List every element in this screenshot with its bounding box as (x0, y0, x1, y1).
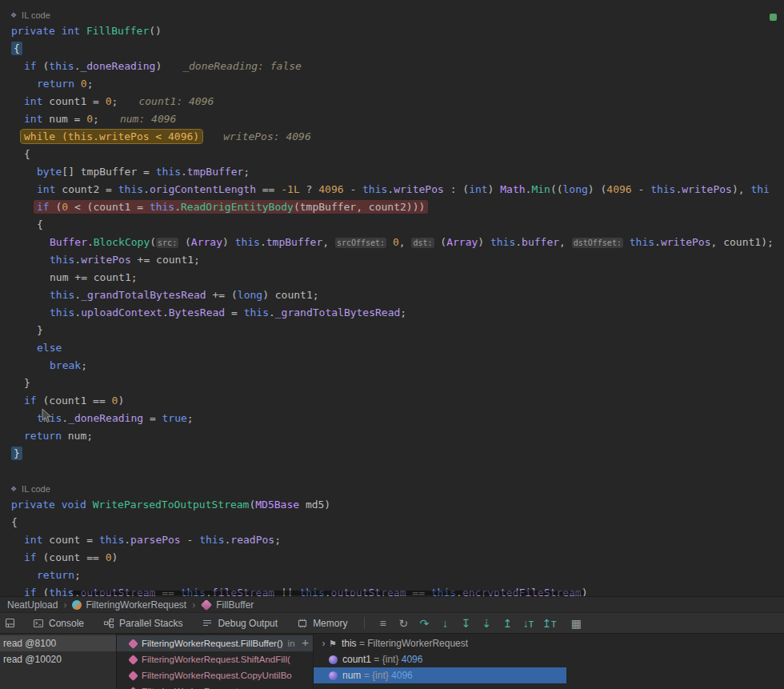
inspection-status-icon[interactable] (770, 14, 777, 21)
code-token: . (62, 412, 68, 424)
code-line[interactable]: else (0, 339, 784, 357)
code-token: . (181, 166, 187, 178)
code-token: 0 (62, 201, 68, 213)
code-line[interactable]: if (this._doneReading)_doneReading: fals… (0, 58, 784, 75)
code-line[interactable]: return 0; (0, 75, 784, 93)
code-line[interactable]: if (0 < (count1 = this.ReadOrigEntityBod… (0, 198, 784, 216)
debugger-inline-hint[interactable]: num: 4096 (120, 113, 176, 125)
stack-frame-row[interactable]: FilteringWorkerRequest.ShiftAndFill( (117, 651, 313, 667)
code-line[interactable]: this.uploadContext.BytesRead = this._gra… (0, 304, 784, 322)
horizontal-scrollbar-thumb[interactable] (72, 591, 584, 595)
step-over-icon[interactable]: ↷ (414, 613, 434, 634)
code-token: ; (74, 569, 81, 581)
code-line[interactable]: int count1 = 0;count1: 4096 (0, 93, 784, 110)
code-editor[interactable]: ❖IL codeprivate int FillBuffer(){if (thi… (0, 0, 784, 596)
tool-window-icon[interactable] (5, 618, 15, 628)
code-line[interactable]: } (0, 445, 784, 463)
step-out-icon[interactable]: ↥ (497, 613, 518, 634)
frame-label: FilteringWorkerRequest.FillBuffer() (142, 639, 283, 648)
code-line[interactable]: return; (0, 567, 784, 584)
code-line[interactable]: Buffer.BlockCopy(src: (Array) this.tmpBu… (0, 234, 784, 251)
tab-memory[interactable]: Memory (287, 613, 357, 633)
step-out-typed-icon[interactable]: ↥ᴛ (538, 613, 559, 634)
horizontal-scrollbar[interactable] (0, 590, 784, 596)
memory-view-icon[interactable]: ▦ (566, 613, 586, 634)
code-line[interactable]: this.writePos += count1; (0, 251, 784, 269)
code-line[interactable]: } (0, 322, 784, 339)
debugger-inline-hint[interactable]: _doneReading: false (182, 60, 302, 72)
code-line[interactable]: if (count == 0) (0, 549, 784, 567)
debugger-inline-hint[interactable]: count1: 4096 (138, 95, 214, 107)
code-token: , count1); (711, 236, 774, 248)
thread-row[interactable]: read @10020 (0, 651, 116, 667)
code-token: writePos (394, 183, 444, 195)
code-token: count1 = (49, 95, 105, 107)
code-token: _grandTotalBytesRead (275, 306, 401, 318)
breadcrumb-item-filteringworkerrequest[interactable]: FilteringWorkerRequest (72, 599, 186, 611)
code-line[interactable]: } (0, 375, 784, 392)
code-line[interactable]: num += count1; (0, 269, 784, 286)
code-token: ; (112, 95, 118, 107)
method-icon (201, 599, 212, 610)
code-token: ; (87, 78, 94, 90)
watch-row[interactable]: count1 = {int} 4096 (314, 651, 784, 667)
code-line[interactable]: this._grandTotalBytesRead += (long) coun… (0, 286, 784, 304)
code-line[interactable]: break; (0, 357, 784, 375)
code-token: dst: (411, 238, 434, 248)
expand-chevron-icon[interactable]: › (318, 638, 329, 649)
code-line[interactable]: int count2 = this.origContentLength == -… (0, 181, 784, 198)
method-icon (128, 687, 138, 689)
code-line[interactable]: { (0, 40, 784, 58)
code-token: . (260, 236, 266, 248)
code-line[interactable]: private void WriteParsedToOutputStream(M… (0, 496, 784, 514)
code-token: void (62, 499, 93, 511)
code-line[interactable]: { (0, 514, 784, 531)
code-line[interactable]: int num = 0;num: 4096 (0, 110, 784, 128)
code-line[interactable]: { (0, 216, 784, 234)
code-line[interactable]: int count = this.parsePos - this.readPos… (0, 531, 784, 549)
thread-label: read @10020 (3, 654, 62, 665)
code-token: src: (156, 238, 178, 248)
thread-row[interactable]: read @8100 (0, 635, 116, 651)
tab-parallel-stacks[interactable]: Parallel Stacks (94, 613, 192, 633)
step-into-typed-icon[interactable]: ↓ᴛ (518, 613, 538, 634)
force-step-into-icon[interactable]: ↧ (455, 613, 476, 634)
watch-row[interactable]: ›⚑this = FilteringWorkerRequest (314, 635, 784, 651)
code-token: this (630, 236, 654, 248)
code-section: ❖IL codeprivate void WriteParsedToOutput… (0, 482, 784, 596)
stack-frame-row[interactable]: FilteringWorkerRequest.FillBuffer() in (117, 635, 313, 651)
breadcrumb-item-neatupload[interactable]: NeatUpload (7, 599, 58, 611)
debugger-inline-hint[interactable]: writePos: 4096 (223, 130, 311, 142)
code-token: { (11, 516, 18, 528)
stack-frame-row[interactable]: FilteringWorkerRequest.CopyUntilBo (117, 667, 313, 683)
code-line[interactable]: while (this.writePos < 4096)writePos: 40… (0, 128, 784, 146)
tab-debug-output[interactable]: Debug Output (192, 613, 287, 633)
add-button[interactable]: + (302, 635, 309, 651)
tab-console[interactable]: Console (23, 613, 94, 633)
code-token: ) (488, 183, 501, 195)
code-line[interactable]: if (count1 == 0) (0, 392, 784, 410)
step-into-icon[interactable]: ↓ (434, 613, 455, 634)
breadcrumb-item-fillbuffer[interactable]: FillBuffer (201, 599, 254, 611)
code-token (386, 236, 393, 248)
layout-settings-icon[interactable]: ≡ (372, 613, 393, 634)
code-token: Array (191, 236, 222, 248)
code-token: , (559, 236, 572, 248)
code-token: . (387, 183, 394, 195)
code-token: . (515, 236, 522, 248)
code-line[interactable]: byte[] tmpBuffer = this.tmpBuffer; (0, 163, 784, 181)
code-token: _doneReading (68, 412, 143, 424)
smart-step-into-icon[interactable]: ⇣ (476, 613, 497, 634)
code-line[interactable]: this._doneReading = true; (0, 410, 784, 427)
breadcrumb: NeatUpload›FilteringWorkerRequest›FillBu… (0, 596, 784, 612)
code-line[interactable]: return num; (0, 427, 784, 445)
show-execution-point-icon[interactable]: ↻ (393, 613, 414, 634)
code-token: buffer (522, 236, 559, 248)
watch-row[interactable]: num = {int} 4096 (314, 667, 784, 683)
stack-frame-row[interactable]: FilteringWorkerRequest (117, 683, 313, 689)
tab-label: Memory (313, 618, 347, 629)
code-line[interactable]: private int FillBuffer() (0, 22, 784, 40)
code-token: . (74, 306, 81, 318)
code-line[interactable]: { (0, 146, 784, 163)
code-token: } (37, 324, 43, 336)
